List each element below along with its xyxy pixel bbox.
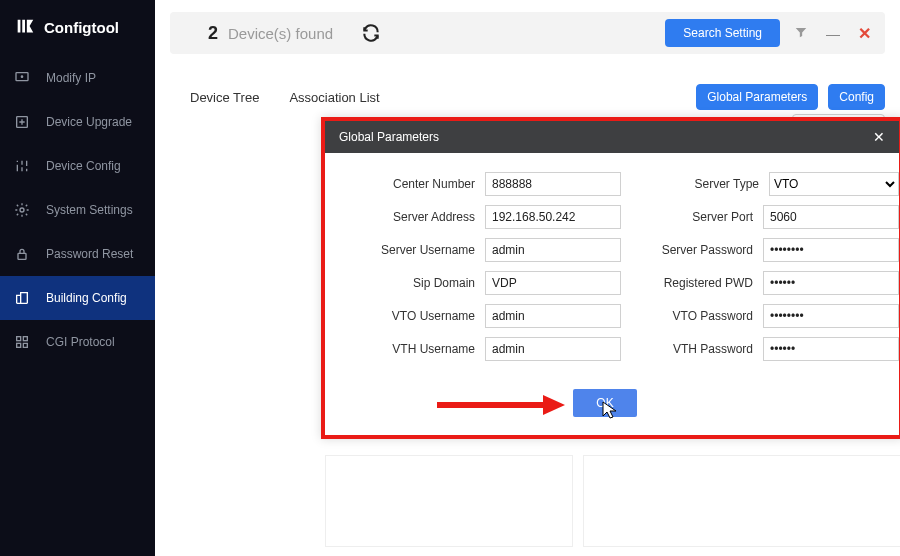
filter-icon[interactable] bbox=[794, 25, 808, 42]
server-port-input[interactable] bbox=[763, 205, 899, 229]
minimize-button[interactable]: — bbox=[826, 26, 840, 42]
logo-icon bbox=[14, 16, 36, 38]
vth-password-label: VTH Password bbox=[638, 342, 763, 356]
sidebar: Configtool Modify IP Device Upgrade Devi… bbox=[0, 0, 155, 556]
sidebar-item-label: CGI Protocol bbox=[46, 335, 115, 349]
sip-domain-label: Sip Domain bbox=[325, 276, 485, 290]
sidebar-item-password-reset[interactable]: Password Reset bbox=[0, 232, 155, 276]
upgrade-icon bbox=[14, 114, 30, 130]
sidebar-item-building-config[interactable]: Building Config bbox=[0, 276, 155, 320]
svg-point-3 bbox=[20, 208, 24, 212]
left-panel bbox=[325, 455, 573, 547]
main: 2 Device(s) found Search Setting — ✕ Dev… bbox=[155, 0, 900, 556]
vto-password-input[interactable] bbox=[763, 304, 899, 328]
svg-rect-6 bbox=[23, 337, 27, 341]
server-address-label: Server Address bbox=[325, 210, 485, 224]
sidebar-item-label: Modify IP bbox=[46, 71, 96, 85]
device-count: 2 bbox=[208, 23, 218, 44]
server-password-label: Server Password bbox=[638, 243, 763, 257]
svg-rect-7 bbox=[17, 343, 21, 347]
refresh-button[interactable] bbox=[357, 19, 385, 47]
building-icon bbox=[14, 290, 30, 306]
server-password-input[interactable] bbox=[763, 238, 899, 262]
vth-username-label: VTH Username bbox=[325, 342, 485, 356]
modal-title: Global Parameters bbox=[339, 130, 439, 144]
sip-domain-input[interactable] bbox=[485, 271, 621, 295]
sidebar-item-device-config[interactable]: Device Config bbox=[0, 144, 155, 188]
sidebar-item-cgi-protocol[interactable]: CGI Protocol bbox=[0, 320, 155, 364]
sidebar-item-label: System Settings bbox=[46, 203, 133, 217]
global-parameters-modal: Global Parameters ✕ Center Number Server… bbox=[321, 117, 900, 439]
center-number-input[interactable] bbox=[485, 172, 621, 196]
modal-close-button[interactable]: ✕ bbox=[873, 129, 885, 145]
vth-username-input[interactable] bbox=[485, 337, 621, 361]
center-number-label: Center Number bbox=[325, 177, 485, 191]
qr-icon bbox=[14, 334, 30, 350]
right-panel bbox=[583, 455, 900, 547]
tab-device-tree[interactable]: Device Tree bbox=[190, 86, 259, 109]
svg-point-1 bbox=[21, 76, 22, 77]
tab-association-list[interactable]: Association List bbox=[289, 86, 379, 109]
registered-pwd-label: Registered PWD bbox=[638, 276, 763, 290]
sidebar-item-label: Building Config bbox=[46, 291, 127, 305]
ok-button[interactable]: OK bbox=[573, 389, 637, 417]
sidebar-item-modify-ip[interactable]: Modify IP bbox=[0, 56, 155, 100]
gear-icon bbox=[14, 202, 30, 218]
svg-rect-5 bbox=[17, 337, 21, 341]
server-type-label: Server Type bbox=[644, 177, 769, 191]
svg-rect-4 bbox=[18, 253, 26, 259]
sidebar-item-label: Password Reset bbox=[46, 247, 133, 261]
server-address-input[interactable] bbox=[485, 205, 621, 229]
sidebar-item-device-upgrade[interactable]: Device Upgrade bbox=[0, 100, 155, 144]
search-setting-button[interactable]: Search Setting bbox=[665, 19, 780, 47]
vto-username-input[interactable] bbox=[485, 304, 621, 328]
server-type-select[interactable]: VTO bbox=[769, 172, 899, 196]
config-button[interactable]: Config bbox=[828, 84, 885, 110]
server-port-label: Server Port bbox=[638, 210, 763, 224]
global-parameters-button[interactable]: Global Parameters bbox=[696, 84, 818, 110]
vto-password-label: VTO Password bbox=[638, 309, 763, 323]
close-button[interactable]: ✕ bbox=[858, 24, 871, 43]
brand: Configtool bbox=[0, 0, 155, 56]
modal-header: Global Parameters ✕ bbox=[325, 121, 899, 153]
lock-icon bbox=[14, 246, 30, 262]
refresh-icon bbox=[361, 23, 381, 43]
server-username-input[interactable] bbox=[485, 238, 621, 262]
vto-username-label: VTO Username bbox=[325, 309, 485, 323]
sidebar-item-label: Device Config bbox=[46, 159, 121, 173]
registered-pwd-input[interactable] bbox=[763, 271, 899, 295]
subbar: Device Tree Association List Global Para… bbox=[170, 84, 885, 110]
server-username-label: Server Username bbox=[325, 243, 485, 257]
sidebar-item-system-settings[interactable]: System Settings bbox=[0, 188, 155, 232]
monitor-icon bbox=[14, 70, 30, 86]
sliders-icon bbox=[14, 158, 30, 174]
brand-text: Configtool bbox=[44, 19, 119, 36]
vth-password-input[interactable] bbox=[763, 337, 899, 361]
device-count-label: Device(s) found bbox=[228, 25, 333, 42]
topbar: 2 Device(s) found Search Setting — ✕ bbox=[170, 12, 885, 54]
sidebar-item-label: Device Upgrade bbox=[46, 115, 132, 129]
